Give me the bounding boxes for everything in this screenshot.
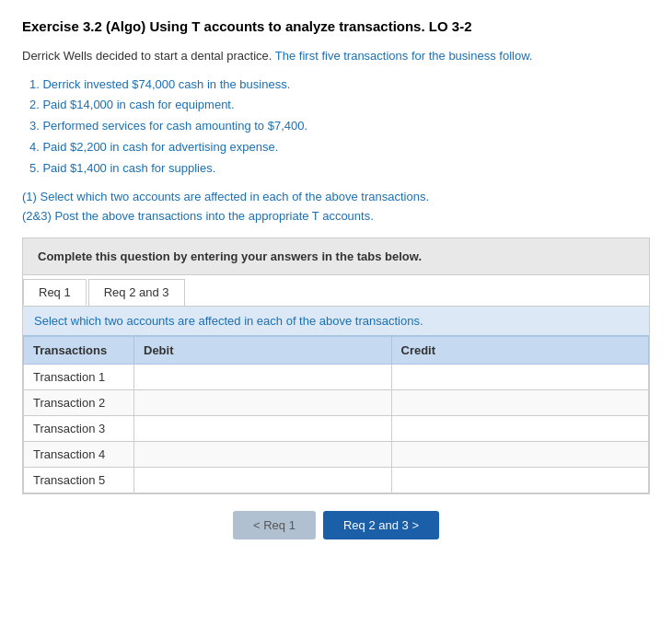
tab-req1[interactable]: Req 1	[23, 279, 87, 306]
col-transactions: Transactions	[24, 336, 134, 364]
transaction-item-3: 3. Performed services for cash amounting…	[29, 116, 650, 137]
col-credit: Credit	[391, 336, 649, 364]
credit-cell-5[interactable]	[391, 467, 649, 493]
debit-cell-5[interactable]	[134, 467, 392, 493]
complete-box: Complete this question by entering your …	[22, 238, 650, 275]
select-info-bar: Select which two accounts are affected i…	[23, 307, 649, 336]
next-button[interactable]: Req 2 and 3	[323, 511, 439, 539]
prev-button[interactable]: Req 1	[233, 511, 316, 539]
nav-buttons: Req 1 Req 2 and 3	[22, 511, 650, 539]
table-row: Transaction 5	[24, 467, 649, 493]
table-header-row: Transactions Debit Credit	[24, 336, 649, 364]
credit-cell-3[interactable]	[391, 415, 649, 441]
page-title: Exercise 3.2 (Algo) Using T accounts to …	[22, 18, 650, 34]
instruction-2: (2&3) Post the above transactions into t…	[22, 207, 650, 226]
select-info-text2: in each of the above transactions.	[241, 314, 423, 328]
instructions: (1) Select which two accounts are affect…	[22, 188, 650, 226]
intro-paragraph: Derrick Wells decided to start a dental …	[22, 47, 650, 65]
transaction-item-4: 4. Paid $2,200 in cash for advertising e…	[29, 137, 650, 158]
debit-input-5[interactable]	[138, 473, 388, 487]
table-row: Transaction 1	[24, 364, 649, 389]
tab-req2and3[interactable]: Req 2 and 3	[88, 279, 185, 306]
transaction-label-2: Transaction 2	[24, 389, 134, 415]
credit-cell-2[interactable]	[391, 389, 649, 415]
debit-cell-1[interactable]	[134, 364, 392, 389]
tabs-container: Req 1 Req 2 and 3 Select which two accou…	[22, 275, 650, 494]
transactions-table: Transactions Debit Credit Transaction 1 …	[23, 336, 649, 493]
credit-input-5[interactable]	[396, 473, 645, 487]
table-row: Transaction 2	[24, 389, 649, 415]
instruction-1: (1) Select which two accounts are affect…	[22, 188, 650, 207]
transaction-item-1: 1. Derrick invested $74,000 cash in the …	[29, 75, 650, 96]
credit-cell-4[interactable]	[391, 441, 649, 467]
credit-cell-1[interactable]	[391, 364, 649, 389]
debit-cell-3[interactable]	[134, 415, 392, 441]
debit-input-1[interactable]	[138, 370, 388, 384]
complete-box-text: Complete this question by entering your …	[38, 249, 422, 263]
debit-input-4[interactable]	[138, 447, 388, 461]
debit-input-2[interactable]	[138, 396, 388, 410]
table-row: Transaction 3	[24, 415, 649, 441]
transactions-list: 1. Derrick invested $74,000 cash in the …	[29, 75, 650, 180]
intro-text1: Derrick Wells decided to start a dental …	[22, 49, 275, 63]
col-debit: Debit	[134, 336, 392, 364]
intro-text2: The first five transactions for the busi…	[275, 49, 533, 63]
transaction-item-2: 2. Paid $14,000 in cash for equipment.	[29, 95, 650, 116]
credit-input-1[interactable]	[396, 370, 645, 384]
debit-cell-4[interactable]	[134, 441, 392, 467]
tab-content: Select which two accounts are affected i…	[23, 307, 649, 493]
transaction-label-1: Transaction 1	[24, 364, 134, 389]
transaction-label-4: Transaction 4	[24, 441, 134, 467]
debit-input-3[interactable]	[138, 422, 388, 435]
select-info-text1: Select which two accounts are	[34, 314, 198, 328]
tabs-row: Req 1 Req 2 and 3	[23, 275, 649, 307]
credit-input-4[interactable]	[396, 447, 645, 461]
transaction-label-5: Transaction 5	[24, 467, 134, 493]
credit-input-2[interactable]	[396, 396, 645, 410]
select-info-highlight: affected	[198, 314, 240, 328]
table-row: Transaction 4	[24, 441, 649, 467]
debit-cell-2[interactable]	[134, 389, 392, 415]
transaction-item-5: 5. Paid $1,400 in cash for supplies.	[29, 158, 650, 180]
transaction-label-3: Transaction 3	[24, 415, 134, 441]
credit-input-3[interactable]	[396, 422, 645, 435]
